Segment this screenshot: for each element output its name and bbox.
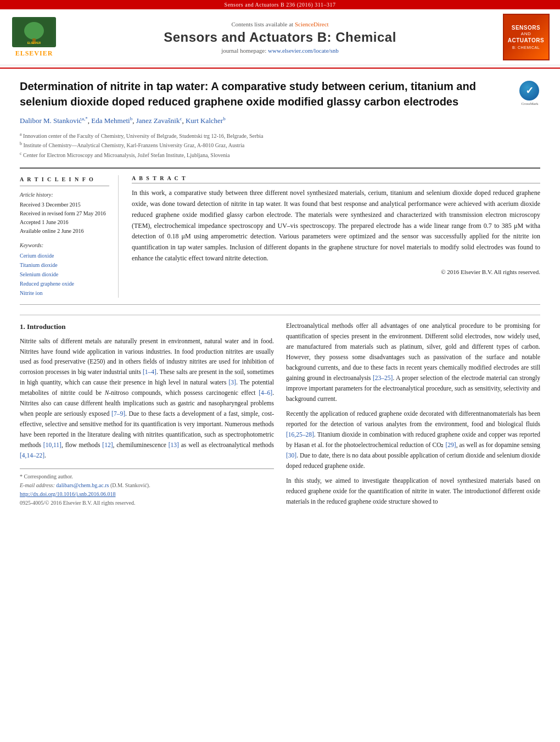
author-3-super: c: [180, 116, 182, 121]
ref-23-25[interactable]: [23–25]: [373, 375, 393, 381]
affiliation-c: c Center for Electron Microscopy and Mic…: [20, 150, 540, 160]
corresponding-author-note: * Corresponding author.: [20, 472, 274, 481]
accepted-date: Accepted 1 June 2016: [20, 218, 109, 227]
ref-13[interactable]: [13]: [169, 442, 179, 448]
intro-paragraph-right-3: In this study, we aimed to investigate t…: [286, 476, 540, 507]
intro-paragraph-right-2: Recently the application of reduced grap…: [286, 409, 540, 471]
affiliations-block: a Innovation center of the Faculty of Ch…: [20, 131, 540, 160]
author-2-super: b: [130, 116, 133, 121]
actuators-text: ACTUATORS: [508, 37, 544, 44]
elsevier-text: ELSEVIER: [15, 49, 53, 58]
info-abstract-row: A R T I C L E I N F O Article history: R…: [20, 168, 540, 305]
crossmark-badge[interactable]: ✓ CrossMark: [519, 81, 540, 102]
svg-point-1: [24, 22, 44, 40]
journal-header: Sensors and Actuators B 236 (2016) 311–3…: [0, 0, 560, 69]
affiliation-a: a Innovation center of the Faculty of Ch…: [20, 131, 540, 141]
sensors-actuators-logo: SENSORS and ACTUATORS B: CHEMICAL: [499, 14, 553, 60]
ref-16-28[interactable]: [16,25–28]: [286, 431, 314, 438]
section-divider: [20, 315, 540, 315]
received-date: Received 3 December 2015: [20, 200, 109, 209]
abstract-text: In this work, a comparative study betwee…: [132, 188, 540, 264]
sensors-logo-graphic: SENSORS and ACTUATORS B: CHEMICAL: [503, 14, 550, 60]
issn-line: 0925-4005/© 2016 Elsevier B.V. All right…: [20, 499, 274, 507]
elsevier-logo-graphic: ELSEVIER: [12, 17, 56, 47]
keyword-4[interactable]: Reduced graphene oxide: [20, 279, 109, 288]
doi-link[interactable]: http://dx.doi.org/10.1016/j.snb.2016.06.…: [20, 491, 116, 497]
author-3-name: Janez Zavašnik: [136, 116, 180, 125]
available-online-date: Available online 2 June 2016: [20, 227, 109, 236]
keyword-2[interactable]: Titanium dioxide: [20, 260, 109, 270]
body-left-column: 1. Introduction Nitrite salts of differe…: [20, 321, 274, 511]
keywords-label: Keywords:: [20, 241, 109, 250]
journal-citation-bar: Sensors and Actuators B 236 (2016) 311–3…: [0, 0, 560, 9]
article-content: Determination of nitrite in tap water: A…: [0, 69, 560, 521]
received-revised-date: Received in revised form 27 May 2016: [20, 209, 109, 218]
author-1-name: Dalibor M. Stanković: [20, 116, 82, 125]
article-info-title: A R T I C L E I N F O: [20, 175, 109, 186]
ref-4-6[interactable]: [4–6]: [259, 389, 272, 396]
article-info-column: A R T I C L E I N F O Article history: R…: [20, 175, 119, 298]
page-wrapper: Sensors and Actuators B 236 (2016) 311–3…: [0, 0, 560, 521]
author-4-name: Kurt Kalcher: [186, 116, 223, 125]
footnote-section: * Corresponding author. E-mail address: …: [20, 468, 274, 507]
intro-paragraph-right-1: Electroanalytical methods offer all adva…: [286, 321, 540, 404]
ref-1-4[interactable]: [1–4]: [143, 369, 156, 375]
authors-line: Dalibor M. Stankovića,*, Eda Mehmetib, J…: [20, 115, 540, 127]
history-label: Article history:: [20, 191, 109, 199]
sciencedirect-line: Contents lists available at ScienceDirec…: [61, 21, 499, 27]
journal-banner: ELSEVIER ELSEVIER Contents lists availab…: [0, 9, 560, 65]
title-section: Determination of nitrite in tap water: A…: [20, 79, 540, 109]
abstract-section: A B S T R A C T In this work, a comparat…: [132, 175, 540, 298]
sensors-logo-text: SENSORS and ACTUATORS B: CHEMICAL: [508, 24, 544, 50]
email-link[interactable]: dalibars@chem.bg.ac.rs: [56, 482, 109, 488]
b-chemical-text: B: CHEMICAL: [508, 45, 544, 50]
ref-7-9[interactable]: [7–9]: [111, 410, 125, 417]
ref-30[interactable]: [30]: [286, 452, 296, 459]
elsevier-logo: ELSEVIER ELSEVIER: [7, 17, 61, 58]
affiliation-b: b Institute of Chemistry—Analytical Chem…: [20, 141, 540, 150]
crossmark-label: CrossMark: [519, 102, 540, 106]
keyword-3[interactable]: Selenium dioxide: [20, 270, 109, 279]
journal-name-title: Sensors and Actuators B: Chemical: [61, 30, 499, 45]
keywords-section: Keywords: Cerium dioxide Titanium dioxid…: [20, 241, 109, 298]
journal-homepage-link[interactable]: www.elsevier.com/locate/snb: [268, 47, 339, 54]
ref-10-11[interactable]: [10,11]: [43, 442, 61, 448]
author-2-name: Eda Mehmeti: [91, 116, 130, 125]
email-line: E-mail address: dalibars@chem.bg.ac.rs (…: [20, 481, 274, 490]
sensors-text: SENSORS: [508, 24, 544, 31]
intro-paragraph-1: Nitrite salts of different metals are na…: [20, 336, 274, 461]
keyword-1[interactable]: Cerium dioxide: [20, 251, 109, 260]
svg-text:ELSEVIER: ELSEVIER: [27, 41, 41, 44]
ref-4-22[interactable]: [4,14–22]: [20, 452, 44, 459]
journal-citation-text: Sensors and Actuators B 236 (2016) 311–3…: [225, 2, 336, 8]
author-4-super: b: [223, 116, 226, 121]
abstract-copyright: © 2016 Elsevier B.V. All rights reserved…: [132, 269, 540, 275]
journal-homepage-line: journal homepage: www.elsevier.com/locat…: [61, 47, 499, 54]
sciencedirect-link[interactable]: ScienceDirect: [295, 21, 329, 27]
doi-line: http://dx.doi.org/10.1016/j.snb.2016.06.…: [20, 490, 274, 499]
body-right-column: Electroanalytical methods offer all adva…: [286, 321, 540, 511]
and-text: and: [508, 31, 544, 37]
article-title: Determination of nitrite in tap water: A…: [20, 79, 512, 109]
crossmark-icon: ✓: [519, 81, 539, 101]
author-1-super: a,*: [82, 116, 88, 121]
ref-3[interactable]: [3]: [229, 379, 236, 386]
abstract-title: A B S T R A C T: [132, 175, 540, 183]
section-1-title: 1. Introduction: [20, 321, 274, 332]
body-columns: 1. Introduction Nitrite salts of differe…: [20, 321, 540, 511]
journal-title-block: Contents lists available at ScienceDirec…: [61, 21, 499, 54]
ref-12[interactable]: [12]: [102, 442, 113, 448]
keyword-5[interactable]: Nitrite ion: [20, 288, 109, 298]
ref-29[interactable]: [29]: [446, 442, 456, 448]
